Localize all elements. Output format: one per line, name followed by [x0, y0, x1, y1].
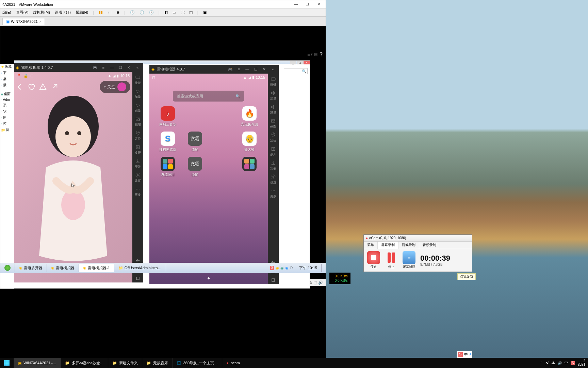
follow-button[interactable]: + 关注 [100, 81, 130, 93]
menu-icon[interactable]: ≡ [235, 67, 243, 71]
vm-tab[interactable]: ▣ WIN7X64A2021 × [2, 18, 45, 25]
gamepad-icon[interactable]: 🎮 [91, 65, 99, 70]
start-button[interactable] [0, 263, 15, 272]
tree-item[interactable]: ▫下 [0, 70, 14, 76]
ime-lang[interactable]: 中 [464, 352, 468, 357]
ocam-titlebar[interactable]: ● oCam (0, 0, 1920, 1080) [364, 235, 472, 242]
emulator-screen[interactable]: 📍 🔒 ◻ ▲ ◢ ▮ 10:15 [14, 72, 132, 282]
minimize-button[interactable]: — [244, 67, 251, 71]
maximize-button[interactable]: ☐ [252, 67, 260, 72]
clock-icon[interactable]: 🕑 [140, 10, 144, 15]
side-volume-down[interactable]: 减量 [132, 101, 143, 114]
taskbar-item[interactable]: 🌐360导航_一个主页… [173, 358, 222, 368]
tray-volume-icon[interactable]: 🔊 [558, 361, 562, 365]
layout-icon[interactable]: ▣ [203, 10, 207, 15]
host-ime-tray[interactable]: S 中 J [457, 351, 472, 358]
network-meter[interactable]: ↑ 0.0 KB/s ↓ 0.0 KB/s [329, 273, 350, 284]
emulator-titlebar[interactable]: ◉ 雷电模拟器 4.0.7 🎮 ≡ — ☐ ✕ « [149, 65, 279, 74]
tree-item[interactable]: 📁新 [0, 127, 14, 133]
guest-clock[interactable]: 下午 10:15 [295, 264, 322, 272]
tree-item[interactable]: ▫系 [0, 102, 14, 108]
favorites-label[interactable]: ★收藏 [0, 64, 14, 70]
app-game-folder[interactable] [236, 157, 262, 177]
tree-item[interactable]: ▫Adm [0, 97, 14, 102]
emulator-titlebar[interactable]: ◉ 雷电模拟器-1 4.0.7 🎮 ≡ — ☐ ✕ « [14, 63, 143, 72]
search-box[interactable]: 🔍 [284, 68, 308, 74]
collapse-icon[interactable]: « [134, 65, 141, 70]
side-install[interactable]: 安装 [268, 159, 279, 172]
side-more[interactable]: 更多 [132, 185, 143, 198]
share-icon[interactable] [51, 83, 58, 91]
tree-item[interactable]: ■桌面 [0, 91, 14, 97]
close-tab-icon[interactable]: × [39, 19, 41, 24]
pause-icon[interactable]: ▮▮ [99, 10, 103, 15]
guest-explorer-tree[interactable]: ★收藏 ▫下 ▫桌 ▫最 ■桌面 ▫Adm ▫系 ▫软 ▫网 ▫控 📁新 [0, 64, 14, 289]
menu-view[interactable]: 查看(V) [16, 10, 29, 15]
taskbar-item[interactable]: 📁无损音乐 [142, 358, 173, 368]
side-gps[interactable]: 定位 [268, 131, 279, 144]
taskbar-item[interactable]: ◉雷电模拟器 [47, 264, 79, 272]
taskbar-item[interactable]: ◉雷电多开器 [15, 264, 47, 272]
minimize-button[interactable]: — [291, 2, 301, 6]
layout-icon[interactable]: ⛶ [181, 11, 184, 15]
app-weiba-1[interactable]: 微霸微霸 [182, 132, 208, 152]
nav-recent-icon[interactable] [268, 276, 279, 284]
side-multi[interactable]: 多开 [132, 143, 143, 156]
app-weiba-2[interactable]: 微霸微霸 [182, 157, 208, 177]
taskbar-item[interactable]: 📁新建文件夹 [108, 358, 142, 368]
back-icon[interactable] [16, 83, 23, 91]
tray-icon[interactable]: ◉ [280, 266, 284, 270]
tray-icon[interactable]: ◉ [285, 266, 289, 270]
layout-icon[interactable]: ◧ [164, 10, 168, 15]
host-taskbar[interactable]: ▣WIN7X64A2021 -… 📁多开神器sbs沙盒… 📁新建文件夹 📁无损音… [0, 358, 588, 368]
ocam-stop-button[interactable]: 停止 [367, 251, 380, 269]
side-multi[interactable]: 多开 [268, 145, 279, 158]
tray-flag-icon[interactable]: 🏳 [290, 266, 294, 270]
menu-icon[interactable]: ≡ [100, 65, 107, 70]
menu-help[interactable]: 帮助(H) [76, 10, 88, 15]
close-button[interactable]: ✕ [125, 65, 133, 70]
ocam-tab-audio[interactable]: 音频录制 [419, 242, 440, 249]
menu-tabs[interactable]: 选项卡(T) [55, 10, 71, 15]
side-keymap[interactable]: 按键 [132, 73, 143, 87]
side-more[interactable]: 更多 [268, 187, 279, 200]
tray-chevron-icon[interactable]: ⌃ [540, 361, 543, 365]
maximize-button[interactable]: ☐ [302, 2, 312, 6]
start-button[interactable] [0, 358, 14, 368]
guest-tray[interactable]: S ◉ ◉ ◉ 🏳 [269, 266, 295, 270]
warning-icon[interactable] [39, 83, 47, 91]
clock-icon[interactable]: 🕒 [149, 10, 154, 15]
tree-item[interactable]: ▫软 [0, 108, 14, 114]
emulator-screen[interactable]: ◻ ▲ ◢ ▮ 10:15 搜索游戏或应用 🔍 [149, 74, 268, 284]
taskbar-item[interactable]: 📁多开神器sbs沙盒… [61, 358, 108, 368]
ocam-pause-button[interactable]: 停止 [385, 251, 398, 269]
tray-battery-icon[interactable]: 🗲 [545, 361, 549, 365]
sound-icon[interactable]: 🔊 [318, 280, 323, 285]
menu-edit[interactable]: 编(E) [2, 10, 11, 15]
ime-icon[interactable]: S [458, 352, 462, 357]
menu-vm[interactable]: 虚拟机(M) [33, 10, 50, 15]
ocam-window[interactable]: ● oCam (0, 0, 1920, 1080) 菜单 屏幕录制 游戏录制 音… [363, 234, 472, 272]
taskbar-item[interactable]: 📁C:\Users\Administra… [114, 264, 166, 272]
side-screenshot[interactable]: 截图 [268, 117, 279, 130]
collapse-icon[interactable]: « [269, 67, 277, 71]
side-settings[interactable]: 设置 [268, 173, 279, 186]
minimize-button[interactable]: — [108, 65, 116, 70]
side-install[interactable]: 安装 [132, 157, 143, 170]
usb-icon[interactable]: ⬚ [313, 280, 317, 285]
layout-icon[interactable]: ▭ [173, 10, 176, 15]
view-list-icon[interactable]: ☰▾ [307, 52, 313, 57]
close-button[interactable]: × [304, 61, 310, 64]
tree-item[interactable]: ▫最 [0, 82, 14, 88]
tree-item[interactable]: ▫控 [0, 121, 14, 127]
tray-icon[interactable]: S [270, 266, 275, 270]
maximize-button[interactable]: ☐ [117, 65, 124, 70]
ocam-tab-menu[interactable]: 菜单 [364, 242, 378, 249]
side-gps[interactable]: 定位 [132, 129, 143, 142]
app-sogou[interactable]: S搜狗浏览器 [155, 132, 181, 152]
side-settings[interactable]: 设置 [132, 171, 143, 184]
taskbar-item-active[interactable]: ◉雷电模拟器-1 [79, 264, 114, 272]
clock-icon[interactable]: 🕐 [130, 10, 135, 15]
tree-item[interactable]: ▫桌 [0, 76, 14, 82]
tray-ime[interactable]: 中 [565, 361, 568, 365]
